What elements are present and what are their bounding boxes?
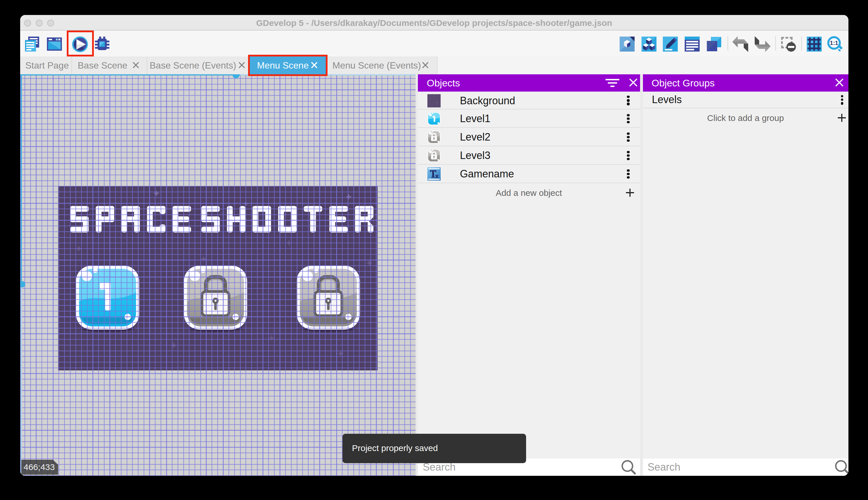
svg-text:1:1: 1:1 xyxy=(830,40,838,46)
